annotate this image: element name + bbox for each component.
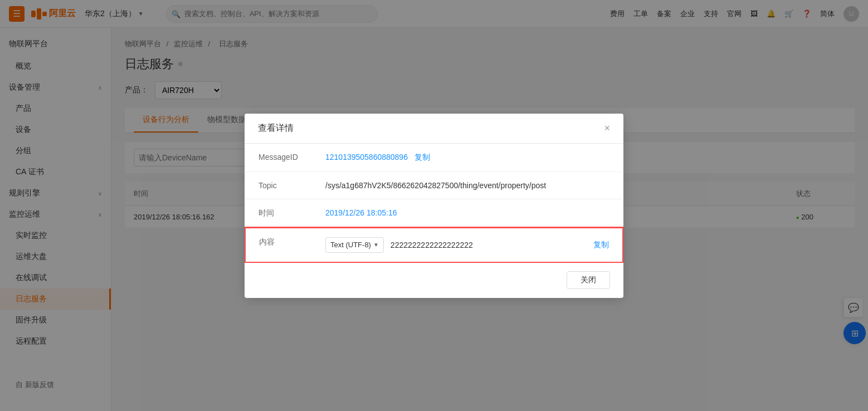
topic-label: Topic <box>245 172 312 199</box>
content-format-select[interactable]: Text (UTF-8) ▼ <box>325 237 384 253</box>
detail-table: MessageID 1210139505860880896 复制 Topic /… <box>245 144 623 262</box>
detail-row-content: 内容 Text (UTF-8) ▼ 2222222222222222222 复制 <box>245 228 623 262</box>
content-format-left: Text (UTF-8) ▼ 2222222222222222222 <box>325 237 473 253</box>
modal-close-btn[interactable]: 关闭 <box>567 271 610 289</box>
modal-body: MessageID 1210139505860880896 复制 Topic /… <box>245 144 623 262</box>
topic-value: /sys/a1g687hV2K5/866262042827500/thing/e… <box>312 172 623 199</box>
content-value-row: Text (UTF-8) ▼ 2222222222222222222 复制 <box>325 237 609 253</box>
detail-row-messageid: MessageID 1210139505860880896 复制 <box>245 144 623 172</box>
messageid-value: 1210139505860880896 复制 <box>312 144 623 172</box>
detail-row-topic: Topic /sys/a1g687hV2K5/866262042827500/t… <box>245 172 623 199</box>
content-text-value: 2222222222222222222 <box>391 241 473 249</box>
time-label: 时间 <box>245 199 312 228</box>
modal-title: 查看详情 <box>258 123 294 134</box>
detail-modal: 查看详情 × MessageID 1210139505860880896 复制 … <box>245 114 623 298</box>
modal-header: 查看详情 × <box>245 114 623 144</box>
content-copy-button[interactable]: 复制 <box>593 240 609 250</box>
detail-row-time: 时间 2019/12/26 18:05:16 <box>245 199 623 228</box>
content-label: 内容 <box>245 228 312 262</box>
time-value: 2019/12/26 18:05:16 <box>312 199 623 228</box>
content-value-cell: Text (UTF-8) ▼ 2222222222222222222 复制 <box>312 228 623 262</box>
messageid-copy-link[interactable]: 复制 <box>415 153 430 162</box>
content-format-arrow: ▼ <box>373 242 379 248</box>
messageid-link[interactable]: 1210139505860880896 <box>325 153 408 162</box>
modal-close-button[interactable]: × <box>604 123 610 133</box>
messageid-label: MessageID <box>245 144 312 172</box>
modal-footer: 关闭 <box>245 262 623 298</box>
modal-overlay[interactable]: 查看详情 × MessageID 1210139505860880896 复制 … <box>0 0 868 411</box>
